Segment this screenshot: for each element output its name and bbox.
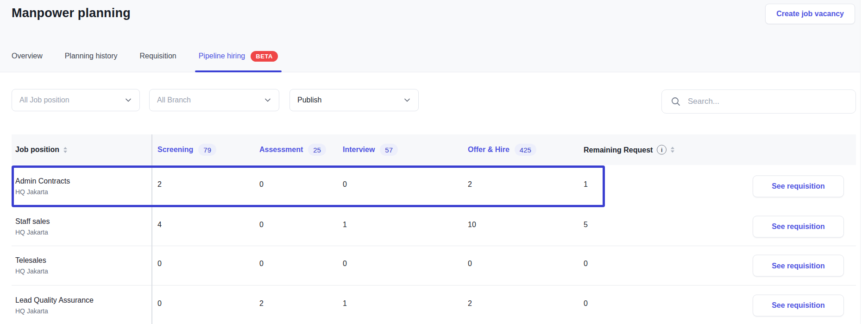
remaining-request-value: 1 [584, 180, 588, 189]
tab-requisition[interactable]: Requisition [140, 40, 176, 72]
screening-column-header[interactable]: Screening 79 [157, 144, 216, 156]
see-requisition-button[interactable]: See requisition [753, 175, 844, 197]
remaining-request-value: 0 [584, 299, 588, 308]
sort-icon[interactable] [63, 147, 67, 153]
search-icon [670, 96, 681, 107]
offer-hire-header-label: Offer & Hire [468, 146, 509, 154]
job-position-cell: Lead Quality Assurance HQ Jakarta [15, 296, 94, 315]
tab-planning-history-label: Planning history [65, 52, 118, 60]
job-position-cell: Staff sales HQ Jakarta [15, 217, 50, 236]
screening-value: 0 [157, 299, 162, 308]
table-header-row: Job position Screening 79 Assessment 25 … [12, 134, 856, 165]
tab-overview[interactable]: Overview [12, 40, 43, 72]
remaining-request-header-label: Remaining Request [584, 146, 653, 154]
branch-filter-value: All Branch [157, 96, 191, 104]
assessment-value: 0 [259, 221, 264, 229]
offer-hire-value: 0 [468, 260, 472, 268]
job-position-name: Admin Contracts [15, 177, 70, 185]
job-position-branch: HQ Jakarta [15, 229, 50, 236]
status-filter-value: Publish [297, 96, 321, 104]
interview-value: 0 [343, 180, 347, 189]
interview-value: 1 [343, 299, 347, 308]
column-divider [151, 134, 152, 324]
table-row-admin-contracts: Admin Contracts HQ Jakarta 2 0 0 2 1 See… [12, 165, 856, 207]
search-input[interactable]: Search... [661, 89, 856, 114]
beta-badge: BETA [251, 51, 278, 62]
create-job-vacancy-button[interactable]: Create job vacancy [765, 4, 855, 24]
tab-pipeline-hiring-label: Pipeline hiring [199, 52, 245, 60]
interview-value: 0 [343, 260, 347, 268]
offer-hire-column-header[interactable]: Offer & Hire 425 [468, 144, 536, 156]
interview-header-label: Interview [343, 146, 375, 154]
assessment-header-label: Assessment [259, 146, 303, 154]
tab-overview-label: Overview [12, 52, 43, 60]
screening-count-badge: 79 [198, 144, 216, 156]
chevron-down-icon [125, 96, 132, 104]
interview-count-badge: 57 [380, 144, 398, 156]
see-requisition-button[interactable]: See requisition [753, 216, 844, 237]
job-position-column-header: Job position [15, 146, 67, 154]
remaining-request-value: 5 [584, 221, 588, 229]
remaining-request-column-header: Remaining Request i [584, 145, 674, 155]
scrollbar-track[interactable] [860, 0, 868, 324]
screening-header-label: Screening [157, 146, 193, 154]
screening-value: 2 [157, 180, 162, 189]
offer-hire-value: 10 [468, 221, 476, 229]
interview-column-header[interactable]: Interview 57 [343, 144, 398, 156]
table-row-staff-sales: Staff sales HQ Jakarta 4 0 1 10 5 See re… [12, 207, 856, 246]
job-position-name: Staff sales [15, 217, 50, 226]
tab-bar: Overview Planning history Requisition Pi… [12, 40, 278, 72]
job-position-branch: HQ Jakarta [15, 188, 70, 196]
search-placeholder: Search... [688, 97, 719, 106]
page-title: Manpower planning [12, 6, 131, 20]
job-position-cell: Telesales HQ Jakarta [15, 256, 48, 275]
offer-hire-value: 2 [468, 180, 472, 189]
info-icon[interactable]: i [657, 145, 667, 155]
assessment-column-header[interactable]: Assessment 25 [259, 144, 326, 156]
see-requisition-button[interactable]: See requisition [753, 294, 844, 316]
see-requisition-button[interactable]: See requisition [753, 255, 844, 277]
job-position-filter-select[interactable]: All Job position [12, 89, 140, 111]
job-position-branch: HQ Jakarta [15, 307, 94, 315]
assessment-value: 0 [259, 260, 264, 268]
assessment-count-badge: 25 [308, 144, 326, 156]
interview-value: 1 [343, 221, 347, 229]
tab-requisition-label: Requisition [140, 52, 176, 60]
chevron-down-icon [264, 96, 271, 104]
offer-hire-value: 2 [468, 299, 472, 308]
assessment-value: 2 [259, 299, 264, 308]
manpower-planning-page: Manpower planning Create job vacancy Ove… [0, 0, 868, 324]
job-position-filter-value: All Job position [19, 96, 69, 104]
tab-pipeline-hiring[interactable]: Pipeline hiring BETA [199, 40, 278, 72]
remaining-request-value: 0 [584, 260, 588, 268]
job-position-name: Lead Quality Assurance [15, 296, 94, 305]
sort-icon[interactable] [671, 147, 674, 153]
job-position-name: Telesales [15, 256, 48, 265]
branch-filter-select[interactable]: All Branch [149, 89, 279, 111]
job-position-header-label: Job position [15, 146, 59, 154]
table-row-lead-quality-assurance: Lead Quality Assurance HQ Jakarta 0 2 1 … [12, 286, 856, 324]
chevron-down-icon [403, 96, 411, 104]
screening-value: 0 [157, 260, 162, 268]
tab-planning-history[interactable]: Planning history [65, 40, 118, 72]
assessment-value: 0 [259, 180, 264, 189]
job-position-cell: Admin Contracts HQ Jakarta [15, 177, 70, 196]
page-header-band: Manpower planning Create job vacancy Ove… [0, 0, 868, 72]
job-position-branch: HQ Jakarta [15, 267, 48, 275]
offer-hire-count-badge: 425 [515, 144, 536, 156]
status-filter-select[interactable]: Publish [289, 89, 419, 111]
screening-value: 4 [157, 221, 162, 229]
table-row-telesales: Telesales HQ Jakarta 0 0 0 0 0 See requi… [12, 246, 856, 286]
